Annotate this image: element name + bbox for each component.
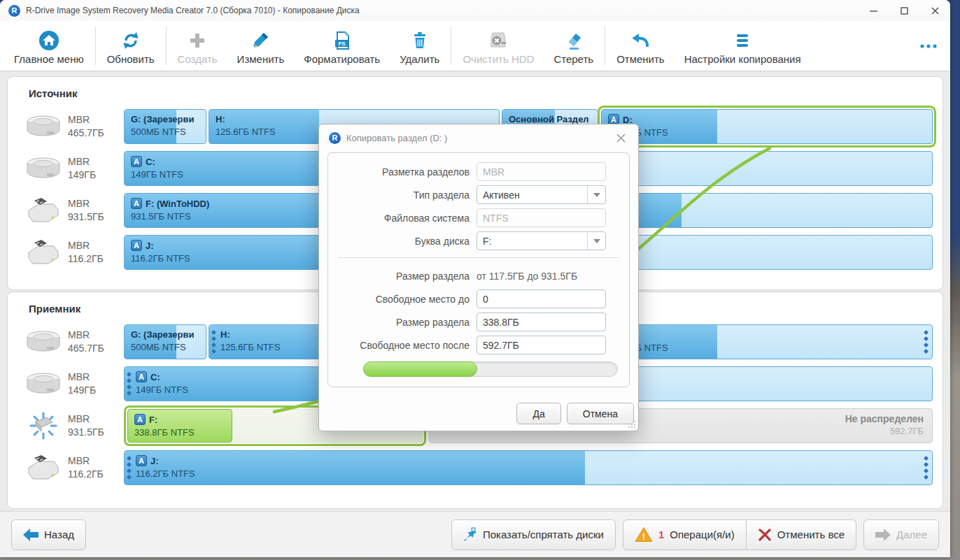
menu-icon <box>732 28 753 53</box>
cancel-all-button[interactable]: Отменить все <box>747 519 856 550</box>
drive-letter-select[interactable]: F: <box>477 231 606 250</box>
wipe-hdd-icon <box>486 28 510 53</box>
partition-D[interactable]: AD: 338.8ГБ NTFS <box>601 324 933 359</box>
field-label: Тип раздела <box>328 189 477 201</box>
toolbar-edit-button[interactable]: Изменить <box>227 21 295 71</box>
app-logo-icon: R <box>329 132 341 144</box>
partition-D-selected[interactable]: AD: 338.8ГБ NTFS <box>601 109 933 144</box>
usb-drive-icon <box>22 454 65 482</box>
toolbar-refresh-button[interactable]: Обновить <box>97 21 164 71</box>
free-space-before-input[interactable] <box>477 289 606 308</box>
source-header: Источник <box>8 77 943 99</box>
partition-size-input[interactable] <box>477 313 606 331</box>
toolbar-copy-settings-button[interactable]: Настройки копирования <box>675 21 811 71</box>
next-button: Далее <box>863 519 939 550</box>
toolbar-separator <box>451 27 451 65</box>
resize-handle[interactable] <box>212 331 217 353</box>
pin-icon <box>463 527 477 543</box>
slider-fill-handle[interactable] <box>363 361 477 377</box>
disk-scheme: MBR <box>68 113 124 127</box>
file-system-input <box>477 208 606 227</box>
red-x-icon <box>758 528 772 542</box>
close-button[interactable] <box>919 0 950 21</box>
busy-drive-icon <box>22 412 65 440</box>
toolbar-erase-button[interactable]: Стереть <box>544 21 603 71</box>
toolbar: Главное меню Обновить Создать <box>0 21 950 71</box>
next-arrow-icon <box>875 529 891 541</box>
format-fs-icon: FS <box>332 28 353 53</box>
more-options-button[interactable] <box>919 39 938 52</box>
window-title: R-Drive Image System Recovery Media Crea… <box>26 6 360 15</box>
field-label: Разметка разделов <box>328 166 477 178</box>
svg-text:!: ! <box>642 531 645 542</box>
toolbar-separator <box>166 27 167 65</box>
dialog-close-icon[interactable] <box>613 130 628 145</box>
undo-icon <box>630 28 651 53</box>
partition-G[interactable]: G: (Зарезерви 500МБ NTFS <box>124 324 206 359</box>
partition-F-target[interactable]: AF: 338.8ГБ NTFS <box>127 409 232 443</box>
hdd-icon <box>22 113 65 141</box>
ok-button[interactable]: Да <box>516 403 560 424</box>
disk-size: 116.2ГБ <box>68 252 124 266</box>
usb-drive-icon <box>22 196 65 224</box>
disk-size: 465.7ГБ <box>68 127 124 140</box>
toolbar-main-menu-button[interactable]: Главное меню <box>4 21 94 71</box>
trash-icon <box>409 28 430 53</box>
active-badge: A <box>136 455 147 466</box>
disk-size: 149ГБ <box>68 168 124 182</box>
active-badge: A <box>131 240 142 251</box>
dialog-title-bar[interactable]: R Копировать раздел (D: ) <box>319 124 638 151</box>
active-badge: A <box>131 156 142 167</box>
field-label: Буква диска <box>328 236 477 247</box>
resize-handle[interactable] <box>924 331 929 353</box>
hdd-icon <box>22 155 65 182</box>
dialog-title: Копировать раздел (D: ) <box>346 133 613 143</box>
home-icon <box>38 28 60 53</box>
disk-scheme: MBR <box>68 239 124 252</box>
chevron-down-icon <box>587 232 605 250</box>
back-button[interactable]: Назад <box>11 519 86 550</box>
disk-size: 931.5ГБ <box>68 210 124 224</box>
disk-size: 465.7ГБ <box>68 342 124 355</box>
minimize-button[interactable] <box>858 0 889 21</box>
resize-handle[interactable] <box>924 457 929 479</box>
maximize-button[interactable] <box>889 0 919 21</box>
partition-size-slider[interactable] <box>363 361 618 377</box>
hdd-icon <box>22 370 65 398</box>
active-badge: A <box>136 371 147 382</box>
toolbar-format-button[interactable]: FS Форматировать <box>294 21 390 71</box>
warning-icon: ! <box>635 526 653 543</box>
footer-bar: Назад Показать/спрятать диски ! 1 Операц… <box>0 511 950 557</box>
toolbar-undo-button[interactable]: Отменить <box>607 21 675 71</box>
show-hide-disks-button[interactable]: Показать/спрятать диски <box>451 519 616 550</box>
field-label: Файловая система <box>328 213 477 224</box>
dialog-form: Разметка разделов Тип раздела Активен Фа… <box>327 152 630 387</box>
partition-G[interactable]: G: (Зарезерви 500МБ NTFS <box>124 109 206 144</box>
disk-size: 116.2ГБ <box>68 468 124 481</box>
cancel-button[interactable]: Отмена <box>567 403 634 424</box>
partition-scheme-input <box>477 162 606 181</box>
field-label: Свободное место до <box>328 294 477 305</box>
pencil-icon <box>250 28 271 53</box>
disk-scheme: MBR <box>68 155 124 168</box>
operations-button[interactable]: ! 1 Операци(я/и) <box>623 519 747 550</box>
partition-type-select[interactable]: Активен <box>477 185 606 204</box>
disk-scheme: MBR <box>68 412 124 426</box>
svg-text:FS: FS <box>338 41 346 47</box>
resize-handle[interactable] <box>127 373 132 395</box>
back-arrow-icon <box>23 529 38 541</box>
active-badge: A <box>134 414 146 425</box>
usb-drive-icon <box>22 238 65 266</box>
size-range-value: от 117.5ГБ до 931.5ГБ <box>477 271 577 282</box>
resize-grip[interactable] <box>628 421 635 428</box>
partition-J[interactable]: AJ: 116.2ГБ NTFS <box>124 450 933 485</box>
resize-handle[interactable] <box>127 457 132 479</box>
disk-size: 149ГБ <box>68 384 124 397</box>
disk-scheme: MBR <box>68 371 124 384</box>
operations-count: 1 <box>658 529 664 540</box>
toolbar-delete-button[interactable]: Удалить <box>390 21 449 71</box>
toolbar-separator <box>95 27 96 65</box>
field-label: Свободное место после <box>328 340 477 351</box>
free-space-after-input[interactable] <box>477 336 606 354</box>
field-label: Размер раздела <box>328 271 477 282</box>
